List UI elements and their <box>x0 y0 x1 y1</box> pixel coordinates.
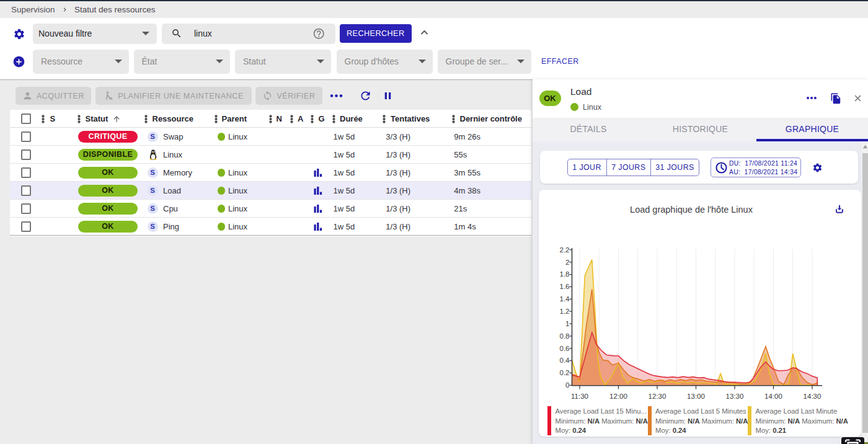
svg-text:14:30: 14:30 <box>804 393 822 400</box>
svg-text:2: 2 <box>565 259 569 266</box>
svg-text:0.2: 0.2 <box>560 369 570 376</box>
svg-text:1: 1 <box>565 320 569 327</box>
svg-text:14:00: 14:00 <box>764 393 782 400</box>
svg-text:13:30: 13:30 <box>726 393 744 400</box>
svg-text:1.2: 1.2 <box>560 308 570 315</box>
svg-text:0.8: 0.8 <box>560 332 570 340</box>
svg-text:1.6: 1.6 <box>560 283 570 290</box>
svg-text:12:30: 12:30 <box>649 393 666 400</box>
svg-text:12:00: 12:00 <box>609 393 627 400</box>
svg-text:0: 0 <box>565 381 569 389</box>
svg-text:1.4: 1.4 <box>560 295 570 303</box>
svg-text:0.4: 0.4 <box>560 357 570 364</box>
svg-text:2.2: 2.2 <box>560 246 570 254</box>
svg-text:13:00: 13:00 <box>687 393 705 400</box>
svg-text:1.8: 1.8 <box>560 270 570 278</box>
svg-text:11:30: 11:30 <box>571 393 588 400</box>
svg-text:0.6: 0.6 <box>560 345 570 352</box>
